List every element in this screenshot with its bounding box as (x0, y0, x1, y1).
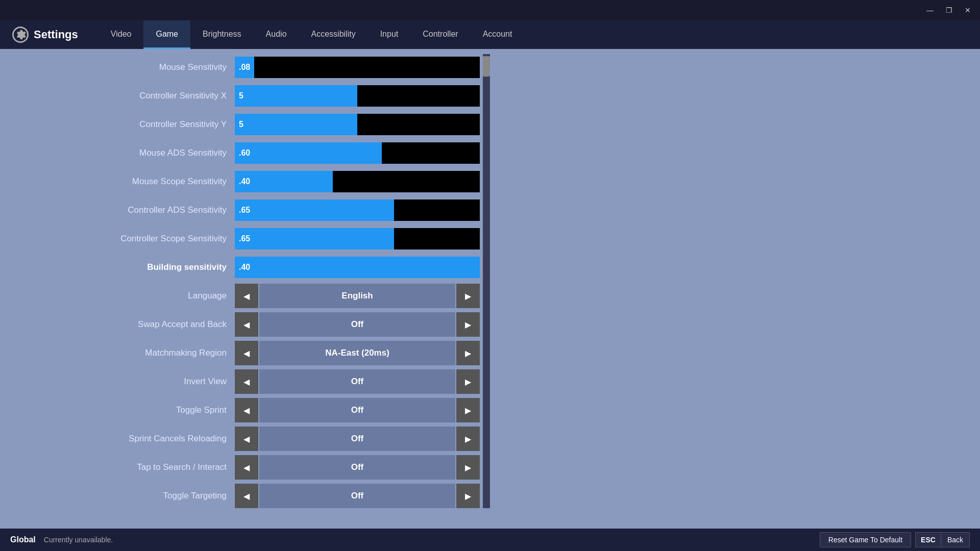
nav-tab-video[interactable]: Video (99, 20, 144, 49)
slider-value: 5 (239, 91, 243, 101)
slider-fill: .65 (235, 199, 394, 221)
slider-fill: .40 (235, 171, 333, 192)
select-container: ◀Off▶ (235, 484, 480, 508)
select-container: ◀NA-East (20ms)▶ (235, 341, 480, 365)
restore-button[interactable]: ❐ (943, 5, 955, 15)
arrow-right-button[interactable]: ▶ (456, 455, 480, 480)
slider-fill: 5 (235, 85, 357, 107)
slider-value: .40 (239, 177, 250, 186)
reset-button[interactable]: Reset Game To Default (820, 532, 911, 547)
select-container: ◀Off▶ (235, 455, 480, 480)
arrow-right-button[interactable]: ▶ (456, 398, 480, 422)
setting-label: Invert View (31, 377, 235, 387)
setting-label: Controller Scope Sensitivity (31, 234, 235, 244)
app-title: Settings (34, 28, 78, 41)
nav-tab-input[interactable]: Input (368, 20, 411, 49)
slider-fill: .65 (235, 228, 394, 249)
slider-container[interactable]: .40 (235, 171, 480, 192)
arrow-left-button[interactable]: ◀ (235, 284, 258, 308)
arrow-left-button[interactable]: ◀ (235, 455, 258, 480)
slider-container[interactable]: .08 (235, 57, 480, 78)
slider-value: 5 (239, 120, 243, 129)
arrow-left-button[interactable]: ◀ (235, 369, 258, 394)
arrow-left-button[interactable]: ◀ (235, 427, 258, 451)
scrollbar-thumb[interactable] (483, 56, 490, 77)
arrow-right-button[interactable]: ▶ (456, 427, 480, 451)
setting-label: Sprint Cancels Reloading (31, 434, 235, 444)
nav-tab-controller[interactable]: Controller (410, 20, 470, 49)
back-button[interactable]: ESC Back (915, 532, 970, 547)
slider-value: .65 (239, 234, 250, 243)
close-button[interactable]: ✕ (962, 5, 974, 15)
setting-label: Controller Sensitivity X (31, 91, 235, 101)
status-text: Currently unavailable. (44, 536, 113, 544)
scrollbar-track[interactable] (483, 54, 490, 508)
select-row: Toggle Targeting◀Off▶ (31, 483, 480, 508)
content-wrapper: Mouse Sensitivity.08Controller Sensitivi… (0, 49, 980, 529)
setting-label: Mouse Scope Sensitivity (31, 177, 235, 187)
nav-tab-brightness[interactable]: Brightness (190, 20, 254, 49)
bottom-left: Global Currently unavailable. (10, 535, 113, 544)
select-value: Off (259, 484, 455, 508)
slider-container[interactable]: 5 (235, 114, 480, 135)
select-container: ◀English▶ (235, 284, 480, 308)
select-row: Invert View◀Off▶ (31, 368, 480, 395)
slider-fill: .08 (235, 57, 254, 78)
bottom-bar: Global Currently unavailable. Reset Game… (0, 529, 980, 551)
slider-row: Mouse Sensitivity.08 (31, 54, 480, 81)
slider-container[interactable]: .40 (235, 257, 480, 278)
settings-inner: Mouse Sensitivity.08Controller Sensitivi… (31, 54, 480, 508)
select-container: ◀Off▶ (235, 312, 480, 337)
select-row: Sprint Cancels Reloading◀Off▶ (31, 425, 480, 452)
nav-tab-account[interactable]: Account (471, 20, 525, 49)
slider-value: .08 (239, 63, 250, 72)
setting-label: Swap Accept and Back (31, 319, 235, 330)
select-value: Off (259, 398, 455, 422)
arrow-left-button[interactable]: ◀ (235, 312, 258, 337)
arrow-right-button[interactable]: ▶ (456, 284, 480, 308)
select-container: ◀Off▶ (235, 398, 480, 422)
bottom-right: Reset Game To Default ESC Back (820, 532, 970, 547)
setting-label: Language (31, 291, 235, 301)
arrow-left-button[interactable]: ◀ (235, 398, 258, 422)
slider-fill: .40 (235, 257, 480, 278)
slider-row: Controller Sensitivity Y5 (31, 111, 480, 138)
setting-label: Controller ADS Sensitivity (31, 205, 235, 215)
nav-tab-accessibility[interactable]: Accessibility (299, 20, 368, 49)
slider-container[interactable]: 5 (235, 85, 480, 107)
select-row: Matchmaking Region◀NA-East (20ms)▶ (31, 340, 480, 366)
arrow-right-button[interactable]: ▶ (456, 341, 480, 365)
slider-row: Controller ADS Sensitivity.65 (31, 197, 480, 223)
arrow-left-button[interactable]: ◀ (235, 484, 258, 508)
slider-container[interactable]: .65 (235, 199, 480, 221)
slider-container[interactable]: .65 (235, 228, 480, 249)
app-logo: Settings (12, 27, 78, 43)
select-value: Off (259, 427, 455, 451)
select-value: NA-East (20ms) (259, 341, 455, 365)
main-content: Mouse Sensitivity.08Controller Sensitivi… (0, 49, 980, 529)
settings-scroll-wrapper: Mouse Sensitivity.08Controller Sensitivi… (31, 54, 490, 508)
select-row: Language◀English▶ (31, 283, 480, 309)
esc-label: ESC (915, 532, 941, 547)
select-value: Off (259, 369, 455, 394)
title-bar: — ❐ ✕ (0, 0, 980, 20)
minimize-button[interactable]: — (923, 5, 937, 15)
slider-fill: 5 (235, 114, 357, 135)
slider-container[interactable]: .60 (235, 142, 480, 164)
select-row: Toggle Sprint◀Off▶ (31, 397, 480, 423)
setting-label: Toggle Targeting (31, 491, 235, 501)
arrow-left-button[interactable]: ◀ (235, 341, 258, 365)
slider-fill: .60 (235, 142, 382, 164)
setting-label: Building sensitivity (31, 262, 235, 272)
arrow-right-button[interactable]: ▶ (456, 484, 480, 508)
arrow-right-button[interactable]: ▶ (456, 312, 480, 337)
nav-tab-audio[interactable]: Audio (254, 20, 299, 49)
slider-row: Controller Scope Sensitivity.65 (31, 226, 480, 252)
slider-row: Building sensitivity.40 (31, 254, 480, 281)
select-row: Tap to Search / Interact◀Off▶ (31, 454, 480, 481)
arrow-right-button[interactable]: ▶ (456, 369, 480, 394)
select-value: Off (259, 312, 455, 337)
back-label: Back (941, 532, 970, 547)
gear-icon (12, 27, 29, 43)
nav-tab-game[interactable]: Game (143, 20, 190, 49)
